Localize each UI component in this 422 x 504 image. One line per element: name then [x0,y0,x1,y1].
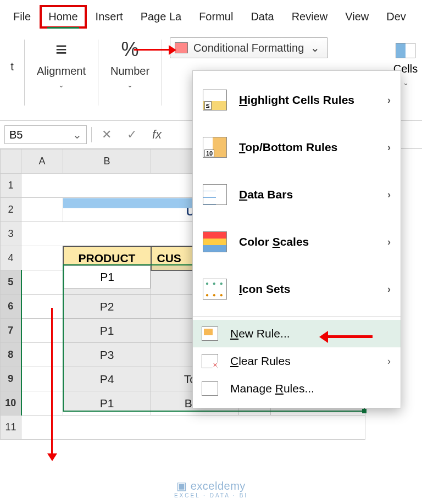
alignment-label: Alignment [37,65,86,77]
cell[interactable]: P2 [63,295,151,319]
watermark-brand: exceldemy [191,480,246,492]
number-label: Number [110,65,149,77]
row-header[interactable]: 8 [1,343,21,367]
clear-rules-icon [202,354,218,368]
watermark: ▣ exceldemy EXCEL · DATA · BI [0,479,422,499]
menu-highlight-cells-rules[interactable]: Highlight Cells Rules › [193,76,401,124]
tab-data[interactable]: Data [242,5,282,29]
cell[interactable]: P1 [63,391,151,416]
highlight-cells-icon [203,90,227,110]
ribbon-tabs: File Home Insert Page La Formul Data Rev… [0,0,422,29]
icon-sets-icon [203,279,227,300]
chevron-down-icon: ⌄ [310,41,320,54]
row-header[interactable]: 11 [1,416,21,440]
menu-top-bottom-rules[interactable]: Top/Bottom Rules › [193,124,401,171]
conditional-formatting-label: Conditional Formatting [193,42,304,54]
menu-label: New Rule... [230,327,290,340]
top-bottom-icon [203,137,227,158]
menu-label: Color Scales [239,235,309,248]
col-header[interactable]: B [63,149,151,174]
menu-color-scales[interactable]: Color Scales › [193,218,401,265]
active-cell-value: P1 [64,265,151,289]
annotation-arrow-right [134,45,181,55]
manage-rules-icon [202,381,218,396]
ribbon-alignment[interactable]: ≡ Alignment ⌄ [25,40,98,120]
tab-formulas[interactable]: Formul [190,5,242,29]
tab-view[interactable]: View [336,5,377,29]
alignment-icon: ≡ [55,40,67,59]
name-box-value: B5 [9,129,23,141]
conditional-formatting-button[interactable]: Conditional Formatting ⌄ [170,37,328,58]
select-all[interactable] [1,149,21,174]
chevron-down-icon[interactable]: ⌄ [73,128,82,141]
conditional-formatting-menu: Highlight Cells Rules › Top/Bottom Rules… [192,70,401,408]
menu-label: Top/Bottom Rules [239,141,337,154]
menu-icon-sets[interactable]: Icon Sets › [193,265,401,313]
menu-label: Manage Rules... [230,382,314,395]
menu-label: Clear Rules [230,355,291,368]
chevron-right-icon: › [387,236,391,248]
watermark-tag: EXCEL · DATA · BI [0,492,422,499]
color-scales-icon [203,231,227,252]
name-box[interactable]: B5 ⌄ [4,125,87,144]
cell[interactable]: P3 [63,343,151,367]
cell[interactable]: P4 [63,367,151,391]
row-header[interactable]: 3 [1,222,21,246]
cancel-icon[interactable]: ✕ [96,128,117,142]
menu-label: Icon Sets [239,283,290,296]
chevron-right-icon: › [387,284,391,295]
chevron-down-icon[interactable]: ⌄ [58,81,64,89]
tab-developer[interactable]: Dev [377,5,415,29]
row-header[interactable]: 10 [1,391,21,416]
row-header[interactable]: 6 [1,295,21,319]
row-header[interactable]: 1 [1,174,21,198]
chevron-down-icon[interactable]: ⌄ [127,81,133,89]
tab-page-layout[interactable]: Page La [132,5,191,29]
row-header[interactable]: 5 [1,270,21,295]
tab-review[interactable]: Review [283,5,337,29]
menu-manage-rules[interactable]: Manage Rules... [193,375,401,402]
ribbon-clipboard-fragment: t [0,40,24,120]
menu-data-bars[interactable]: Data Bars › [193,171,401,218]
tab-file[interactable]: File [4,5,40,29]
annotation-arrow-left [313,331,373,343]
enter-icon[interactable]: ✓ [121,128,142,142]
cells-icon [396,43,415,58]
menu-clear-rules[interactable]: Clear Rules › [193,347,401,375]
col-header[interactable]: A [21,149,63,174]
tab-home[interactable]: Home [40,5,86,29]
row-header[interactable]: 9 [1,367,21,391]
cell[interactable]: P1 [63,319,151,343]
tab-insert[interactable]: Insert [87,5,132,29]
menu-label: Data Bars [239,188,293,201]
chevron-right-icon: › [387,356,391,367]
clipboard-label-fragment: t [10,60,14,73]
menu-label: Highlight Cells Rules [239,93,354,107]
new-rule-icon [202,326,218,341]
annotation-arrow-down [47,308,57,466]
chevron-right-icon: › [387,189,391,201]
chevron-right-icon: › [387,95,391,106]
chevron-right-icon: › [387,142,391,153]
row-header[interactable]: 7 [1,319,21,343]
row-header[interactable]: 2 [1,198,21,222]
chevron-down-icon[interactable]: ⌄ [403,79,409,87]
data-bars-icon [203,184,227,205]
row-header[interactable]: 4 [1,246,21,270]
fx-icon[interactable]: fx [147,128,167,142]
